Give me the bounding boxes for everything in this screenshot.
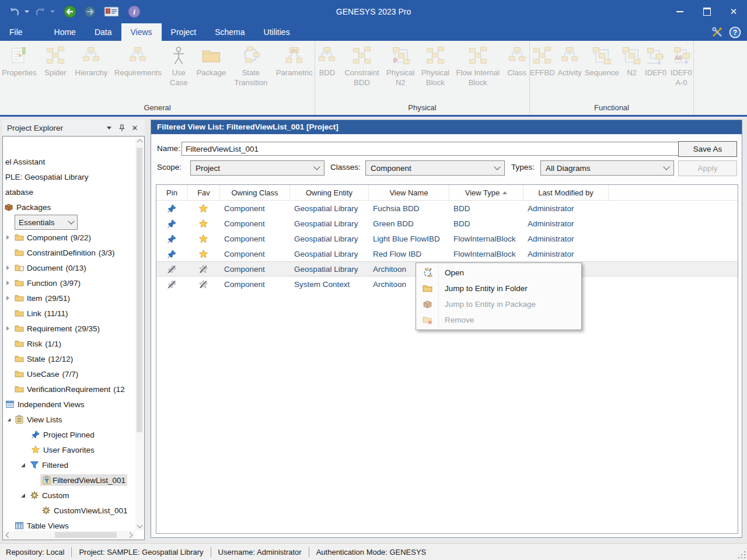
pin-crossed-icon[interactable]	[167, 279, 177, 289]
hierarchy-button[interactable]: Hierarchy	[73, 46, 110, 78]
collapse-icon[interactable]	[7, 418, 11, 421]
tree-item-database[interactable]: atabase	[3, 184, 135, 200]
tree-item-custom[interactable]: Custom	[3, 488, 135, 503]
table-row[interactable]: Component Geospatial Library Fuchsia BDD…	[156, 201, 738, 216]
collapse-icon[interactable]	[21, 494, 25, 498]
tree-item-usecase[interactable]: UseCase (7/7)	[3, 366, 135, 382]
tree-item-filteredviewlist-001[interactable]: FilteredViewList_001	[3, 473, 135, 488]
maximize-button[interactable]	[693, 0, 720, 23]
column-header-fav[interactable]: Fav	[187, 185, 219, 200]
star-crossed-icon[interactable]	[198, 264, 208, 274]
parametric-button[interactable]: Parametric	[274, 46, 315, 78]
expand-icon[interactable]	[6, 296, 9, 300]
sidebar-vertical-scrollbar[interactable]	[135, 137, 144, 530]
expand-icon[interactable]	[6, 235, 9, 240]
folder-filter-combobox[interactable]: Essentials	[15, 215, 78, 230]
tab-home[interactable]: Home	[45, 23, 85, 41]
tree-item-table-views[interactable]: Table Views	[3, 518, 135, 531]
tree-item-packages[interactable]: Packages	[3, 200, 135, 215]
apply-button[interactable]: Apply	[678, 160, 737, 176]
column-header-pin[interactable]: Pin	[156, 185, 187, 200]
context-menu-item-jump-to-entity-in-folder[interactable]: Jump to Entity in Folder	[416, 281, 581, 296]
flow-internal-block-button[interactable]: Flow Internal Block	[455, 46, 501, 88]
scope-dropdown[interactable]: Project	[190, 160, 324, 176]
idef0-button[interactable]: IDEF0	[644, 46, 666, 78]
requirements-button[interactable]: Requirements	[113, 46, 162, 78]
star-crossed-icon[interactable]	[198, 279, 208, 289]
expand-icon[interactable]	[6, 326, 9, 331]
tab-views[interactable]: Views	[121, 23, 162, 41]
column-header-owning-entity[interactable]: Owning Entity	[289, 185, 368, 200]
sequence-button[interactable]: Sequence	[585, 46, 619, 78]
classes-dropdown[interactable]: Component	[365, 160, 505, 176]
scroll-up-icon[interactable]	[135, 137, 144, 145]
tree-item-item[interactable]: Item (29/51)	[3, 290, 135, 306]
collapse-icon[interactable]	[21, 463, 25, 467]
panel-menu-icon[interactable]	[103, 121, 116, 134]
tree-item-sample-project[interactable]: PLE: Geospatial Library	[3, 169, 135, 184]
tree-item-model-assistant[interactable]: el Assistant	[3, 154, 135, 169]
table-row[interactable]: Component Geospatial Library Green BDD B…	[156, 216, 738, 231]
physical-block-button[interactable]: Physical Block	[420, 46, 451, 88]
tab-file[interactable]: File	[0, 23, 32, 41]
table-row[interactable]: Component Geospatial Library Light Blue …	[156, 231, 738, 246]
tree-item-project-pinned[interactable]: Project Pinned	[3, 427, 135, 442]
star-icon[interactable]	[198, 219, 208, 229]
context-menu-item-remove[interactable]: Remove	[416, 312, 581, 328]
tree-item-filtered[interactable]: Filtered	[3, 457, 135, 473]
class-button[interactable]: Class	[504, 46, 529, 78]
tree-item-constraintdefinition[interactable]: ConstraintDefinition (3/3)	[3, 245, 135, 260]
vertical-scroll-thumb[interactable]	[137, 148, 142, 432]
pin-icon[interactable]	[167, 234, 177, 244]
scroll-down-icon[interactable]	[135, 522, 144, 530]
use-case-button[interactable]: Use Case	[166, 46, 191, 88]
name-input[interactable]	[181, 142, 682, 156]
close-button[interactable]: ✕	[720, 0, 747, 23]
types-dropdown[interactable]: All Diagrams	[540, 160, 674, 176]
tree-item-requirement[interactable]: Requirement (29/35)	[3, 321, 135, 336]
sidebar-horizontal-scrollbar[interactable]	[4, 531, 135, 539]
bdd-button[interactable]: BDD	[315, 46, 339, 78]
star-icon[interactable]	[198, 234, 208, 244]
resize-grip[interactable]	[738, 551, 745, 558]
tree-item-user-favorites[interactable]: User Favorites	[3, 442, 135, 457]
pin-icon[interactable]	[167, 204, 177, 214]
tree-item-state[interactable]: State (12/12)	[3, 351, 135, 366]
tab-data[interactable]: Data	[85, 23, 121, 41]
column-header-owning-class[interactable]: Owning Class	[219, 185, 289, 200]
state-transition-button[interactable]: State Transition	[231, 46, 271, 88]
idef0-a0-button[interactable]: IDEF0 A-0	[669, 46, 693, 88]
help-icon[interactable]: ?	[729, 26, 741, 38]
panel-close-icon[interactable]: ✕	[128, 121, 141, 134]
activity-button[interactable]: Activity	[557, 46, 582, 78]
minimize-button[interactable]	[666, 0, 693, 23]
tab-schema[interactable]: Schema	[205, 23, 254, 41]
star-icon[interactable]	[198, 249, 208, 259]
n2-button[interactable]: N2	[621, 46, 642, 78]
tab-utilities[interactable]: Utilities	[254, 23, 299, 41]
expand-icon[interactable]	[6, 265, 9, 270]
save-as-button[interactable]: Save As	[678, 141, 737, 157]
scroll-right-icon[interactable]	[127, 531, 135, 539]
column-header-view-name[interactable]: View Name	[368, 185, 449, 200]
package-button[interactable]: Package	[195, 46, 228, 78]
spider-button[interactable]: Spider	[42, 46, 69, 78]
column-header-last-modified-by[interactable]: Last Modified by	[523, 185, 608, 200]
column-header-view-type[interactable]: View Type	[449, 185, 523, 200]
tree-item-independent-views[interactable]: Independent Views	[3, 397, 135, 412]
horizontal-scroll-thumb[interactable]	[55, 532, 117, 538]
tree-item-link[interactable]: Link (11/11)	[3, 306, 135, 321]
tab-project[interactable]: Project	[162, 23, 206, 41]
tree-item-view-lists[interactable]: View Lists	[3, 412, 135, 427]
tree-item-verificationrequirement[interactable]: VerificationRequirement (12	[3, 382, 135, 397]
context-menu-item-open[interactable]: Open	[416, 265, 581, 281]
pin-icon[interactable]	[167, 249, 177, 259]
scroll-left-icon[interactable]	[4, 531, 12, 539]
table-row[interactable]: Component Geospatial Library Red Flow IB…	[156, 246, 738, 261]
physical-n2-button[interactable]: Physical N2	[385, 46, 416, 88]
pin-crossed-icon[interactable]	[167, 264, 177, 274]
tree-item-customviewlist-001[interactable]: CustomViewList_001	[3, 503, 135, 518]
customize-tools-icon[interactable]	[711, 26, 723, 38]
tree-item-document[interactable]: Document (0/13)	[3, 260, 135, 275]
tree-item-risk[interactable]: Risk (1/1)	[3, 336, 135, 351]
